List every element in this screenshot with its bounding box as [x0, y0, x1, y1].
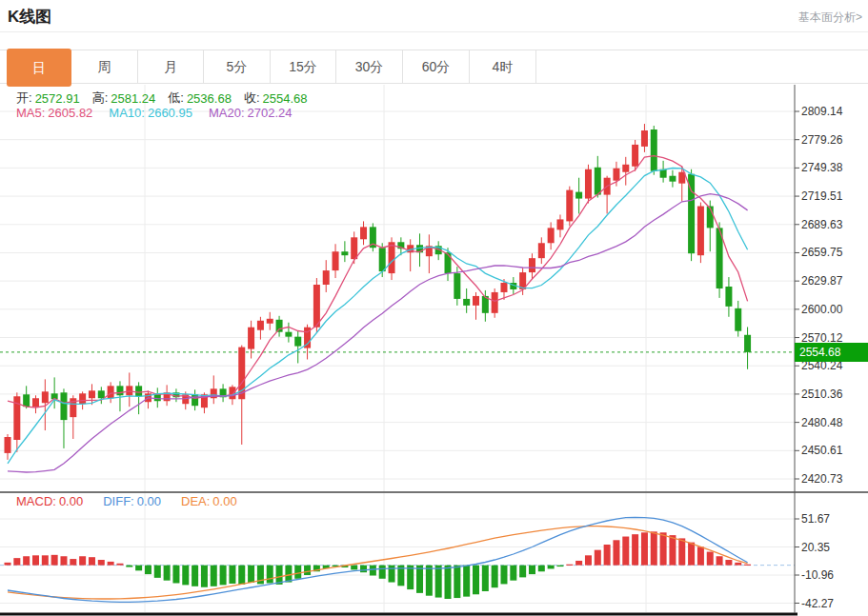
readout-item: 开:2572.91 [16, 89, 80, 107]
bottom-border [0, 613, 797, 616]
ohlc-readout: 开:2572.91高:2581.24低:2536.68收:2554.68 [16, 89, 308, 107]
readout-item: MA20:2702.24 [209, 106, 293, 120]
readout-label: MA10: [109, 106, 145, 120]
tab-4hour[interactable]: 4时 [470, 50, 536, 83]
readout-label: 高: [92, 89, 109, 107]
price-axis-label: 2689.63 [801, 218, 868, 231]
last-price-tag: 2554.68 [795, 343, 868, 362]
readout-value: 2536.68 [187, 91, 232, 106]
readout-item: DIFF:0.00 [103, 494, 161, 508]
macd-axis-label: 20.35 [801, 541, 868, 554]
readout-value: 2660.95 [148, 106, 192, 120]
macd-axis-label: 51.67 [801, 512, 868, 526]
kline-page: K线图 基本面分析> 日周月5分15分30分60分4时 开:2572.91高:2… [0, 0, 868, 616]
price-axis-label: 2420.73 [801, 472, 868, 486]
readout-value: 2572.91 [35, 91, 80, 106]
readout-label: 低: [168, 89, 184, 107]
readout-value: 0.00 [137, 494, 161, 508]
readout-label: 收: [244, 89, 260, 107]
readout-label: MACD: [16, 494, 56, 508]
readout-item: 低:2536.68 [168, 89, 232, 107]
readout-item: 高:2581.24 [92, 89, 156, 107]
tab-60min[interactable]: 60分 [403, 50, 470, 83]
macd-readout: MACD:0.00DIFF:0.00DEA:0.00 [16, 494, 237, 508]
tab-week[interactable]: 周 [71, 50, 138, 83]
tab-month[interactable]: 月 [138, 50, 204, 83]
tab-5min[interactable]: 5分 [204, 50, 271, 83]
candles-layer [5, 124, 752, 460]
readout-label: DEA: [181, 494, 210, 508]
ma10-line [8, 169, 748, 464]
readout-label: 开: [16, 89, 32, 107]
readout-value: 0.00 [212, 494, 236, 508]
price-axis-label: 2480.48 [801, 416, 868, 429]
readout-value: 2554.68 [263, 91, 308, 106]
price-axis-label: 2719.51 [801, 189, 868, 203]
readout-value: 2581.24 [111, 91, 155, 106]
tab-30min[interactable]: 30分 [336, 50, 403, 83]
price-axis-label: 2600.00 [801, 303, 868, 316]
price-axis-label: 2629.87 [801, 274, 868, 288]
readout-value: 2605.82 [48, 106, 92, 120]
ma-readout: MA5:2605.82MA10:2660.95MA20:2702.24 [16, 106, 293, 120]
ma5-line [8, 156, 748, 407]
period-tabbar: 日周月5分15分30分60分4时 [0, 50, 868, 84]
price-axis-label: 2659.75 [801, 246, 868, 259]
readout-label: DIFF: [103, 494, 134, 508]
readout-item: DEA:0.00 [181, 494, 237, 508]
price-axis-label: 2779.26 [801, 133, 868, 147]
price-axis-label: 2450.61 [801, 444, 868, 457]
price-axis-label: 2510.36 [801, 387, 868, 401]
tab-day[interactable]: 日 [7, 49, 71, 87]
grid-lines [0, 85, 795, 612]
readout-item: MA5:2605.82 [16, 106, 92, 120]
macd-axis-label: -10.96 [801, 568, 868, 582]
tab-15min[interactable]: 15分 [271, 50, 336, 83]
readout-label: MA5: [16, 106, 45, 120]
readout-item: MACD:0.00 [16, 494, 83, 508]
readout-value: 0.00 [59, 494, 83, 508]
readout-value: 2702.24 [248, 106, 293, 120]
readout-item: 收:2554.68 [244, 89, 308, 107]
readout-label: MA20: [209, 106, 245, 120]
readout-item: MA10:2660.95 [109, 106, 192, 120]
ma20-line [8, 194, 748, 472]
macd-axis-label: -42.27 [801, 597, 868, 610]
price-axis-label: 2749.38 [801, 161, 868, 174]
price-axis-label: 2809.14 [801, 105, 868, 118]
